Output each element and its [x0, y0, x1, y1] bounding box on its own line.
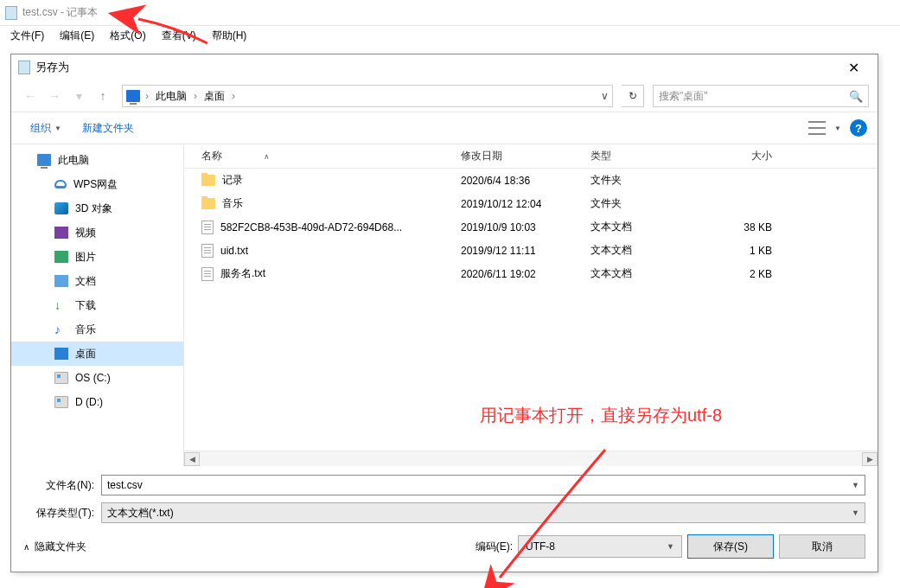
sidebar-item-dl[interactable]: ↓下载 [11, 293, 183, 317]
file-row[interactable]: 582F2CB8-453B-409d-AD72-694D68...2019/10… [184, 215, 878, 239]
file-date: 2019/10/9 10:03 [461, 221, 590, 233]
file-name: 音乐 [222, 196, 243, 211]
sidebar-item-label: 下载 [75, 298, 96, 313]
search-input[interactable]: 搜索"桌面" 🔍 [653, 85, 869, 107]
dialog-titlebar: 另存为 ✕ [11, 54, 878, 80]
sidebar-item-label: WPS网盘 [73, 177, 118, 192]
video-icon [54, 227, 68, 239]
file-type: 文本文档 [590, 243, 720, 258]
sidebar-item-doc[interactable]: 文档 [11, 269, 183, 293]
scroll-right-icon[interactable]: ▶ [862, 452, 878, 466]
file-row[interactable]: 音乐2019/10/12 12:04文件夹 [184, 192, 878, 215]
chevron-down-icon[interactable]: ▼ [834, 125, 841, 132]
cancel-button[interactable]: 取消 [779, 534, 865, 559]
file-row[interactable]: 记录2020/6/4 18:36文件夹 [184, 169, 878, 192]
file-name: uid.txt [220, 245, 248, 257]
menu-format[interactable]: 格式(O) [103, 27, 152, 45]
filetype-select[interactable]: 文本文档(*.txt) ▼ [101, 502, 865, 523]
dl-icon: ↓ [54, 299, 68, 311]
nav-recent-icon[interactable]: ▾ [68, 86, 89, 106]
sidebar-item-pic[interactable]: 图片 [11, 245, 183, 269]
hide-folders-toggle[interactable]: ∧ 隐藏文件夹 [23, 540, 86, 554]
organize-button[interactable]: 组织 ▼ [22, 118, 70, 139]
pic-icon [54, 251, 68, 263]
folder-icon [201, 198, 215, 209]
sidebar-item-pc[interactable]: 此电脑 [11, 148, 183, 172]
menu-help[interactable]: 帮助(H) [205, 27, 254, 45]
chevron-down-icon[interactable]: ▼ [852, 508, 859, 517]
column-date[interactable]: 修改日期 [461, 149, 590, 163]
file-date: 2020/6/11 19:02 [461, 268, 590, 280]
file-type: 文件夹 [590, 173, 720, 188]
sidebar: 此电脑WPS网盘3D 对象视频图片文档↓下载♪音乐桌面OS (C:)D (D:) [11, 144, 184, 466]
file-size: 2 KB [720, 268, 789, 280]
column-name[interactable]: 名称∧ [184, 149, 461, 163]
sidebar-item-label: 此电脑 [58, 153, 89, 168]
text-file-icon [201, 220, 214, 234]
notepad-menubar: 文件(F) 编辑(E) 格式(O) 查看(V) 帮助(H) [0, 26, 900, 45]
file-row[interactable]: uid.txt2019/9/12 11:11文本文档1 KB [184, 239, 878, 262]
horizontal-scrollbar[interactable]: ◀ ▶ [184, 451, 878, 466]
sidebar-item-3d[interactable]: 3D 对象 [11, 196, 183, 220]
sidebar-item-disk[interactable]: D (D:) [11, 390, 183, 414]
chevron-up-icon: ∧ [23, 542, 29, 552]
sidebar-item-label: 视频 [75, 226, 96, 240]
sidebar-item-label: 文档 [75, 274, 96, 289]
dialog-nav: ← → ▾ ↑ › 此电脑 › 桌面 › ∨ ↻ 搜索"桌面" 🔍 [11, 80, 878, 112]
menu-file[interactable]: 文件(F) [3, 27, 51, 45]
sidebar-item-label: OS (C:) [75, 372, 111, 384]
sort-arrow-icon: ∧ [264, 152, 270, 161]
filename-input[interactable]: test.csv ▼ [101, 475, 865, 495]
pc-icon [37, 154, 51, 166]
column-type[interactable]: 类型 [590, 149, 720, 163]
sidebar-item-music[interactable]: ♪音乐 [11, 317, 183, 342]
filetype-label: 保存类型(T): [23, 506, 101, 521]
sidebar-item-wps[interactable]: WPS网盘 [11, 172, 183, 196]
file-name: 服务名.txt [220, 266, 265, 281]
dialog-icon [18, 61, 30, 74]
nav-up-icon[interactable]: ↑ [93, 86, 113, 106]
chevron-down-icon: ▼ [667, 542, 674, 551]
nav-back-icon[interactable]: ← [20, 86, 41, 106]
breadcrumb[interactable]: › 此电脑 › 桌面 › ∨ [122, 85, 613, 107]
new-folder-button[interactable]: 新建文件夹 [73, 118, 143, 139]
file-row[interactable]: 服务名.txt2020/6/11 19:02文本文档2 KB [184, 262, 878, 285]
file-list: 名称∧ 修改日期 类型 大小 记录2020/6/4 18:36文件夹音乐2019… [184, 144, 878, 466]
breadcrumb-dropdown-icon[interactable]: ∨ [601, 90, 609, 102]
breadcrumb-folder[interactable]: 桌面 [202, 89, 227, 104]
nav-forward-icon[interactable]: → [44, 86, 65, 106]
sidebar-item-label: 桌面 [75, 347, 96, 361]
view-options-icon[interactable] [808, 121, 826, 135]
sidebar-item-disk[interactable]: OS (C:) [11, 366, 183, 390]
encoding-value: UTF-8 [526, 540, 555, 553]
hide-folders-label: 隐藏文件夹 [35, 540, 86, 554]
menu-view[interactable]: 查看(V) [155, 27, 203, 45]
disk-icon [54, 372, 68, 384]
refresh-button[interactable]: ↻ [622, 85, 644, 107]
file-size: 1 KB [720, 245, 789, 257]
file-list-header: 名称∧ 修改日期 类型 大小 [184, 144, 878, 169]
wps-icon [54, 180, 67, 189]
sidebar-item-desk[interactable]: 桌面 [11, 342, 183, 366]
scroll-left-icon[interactable]: ◀ [184, 452, 200, 466]
menu-edit[interactable]: 编辑(E) [53, 27, 101, 45]
sidebar-item-label: 音乐 [75, 323, 96, 337]
file-rows: 记录2020/6/4 18:36文件夹音乐2019/10/12 12:04文件夹… [184, 169, 878, 451]
help-icon[interactable]: ? [850, 119, 867, 137]
file-date: 2020/6/4 18:36 [461, 175, 590, 187]
filename-value: test.csv [107, 479, 143, 491]
sidebar-item-label: 图片 [75, 250, 96, 265]
3d-icon [54, 202, 68, 214]
dialog-fields: 文件名(N): test.csv ▼ 保存类型(T): 文本文档(*.txt) … [11, 466, 878, 528]
sidebar-item-video[interactable]: 视频 [11, 220, 183, 245]
chevron-down-icon[interactable]: ▼ [852, 481, 859, 489]
file-type: 文本文档 [590, 220, 720, 234]
save-button[interactable]: 保存(S) [687, 534, 774, 559]
encoding-select[interactable]: UTF-8 ▼ [518, 535, 682, 558]
scroll-track[interactable] [200, 452, 862, 466]
column-size[interactable]: 大小 [720, 149, 789, 163]
breadcrumb-root[interactable]: 此电脑 [154, 89, 188, 104]
close-button[interactable]: ✕ [836, 60, 871, 76]
dialog-bottom: ∧ 隐藏文件夹 编码(E): UTF-8 ▼ 保存(S) 取消 [11, 528, 878, 572]
notepad-title: test.csv - 记事本 [22, 5, 98, 20]
